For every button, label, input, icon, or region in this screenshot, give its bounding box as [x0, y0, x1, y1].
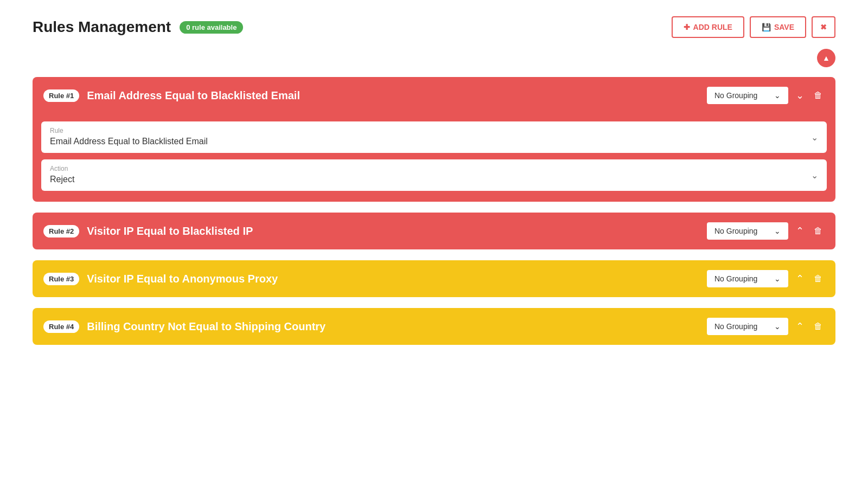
rule-4-grouping-select[interactable]: No Grouping ⌄	[707, 318, 788, 335]
rule-1-body: Rule Email Address Equal to Blacklisted …	[33, 114, 835, 202]
cancel-icon: ✖	[820, 23, 827, 31]
trash-icon: 🗑	[814, 226, 822, 236]
rule-4-card: Rule #4 Billing Country Not Equal to Shi…	[33, 308, 835, 345]
trash-icon: 🗑	[814, 91, 822, 100]
grouping-label: No Grouping	[714, 274, 757, 283]
rule-2-number-badge: Rule #2	[43, 225, 79, 237]
rule-3-header-left: Rule #3 Visitor IP Equal to Anonymous Pr…	[43, 273, 278, 285]
add-rule-label: ADD RULE	[693, 23, 732, 31]
rule-3-expand-button[interactable]: ⌃	[794, 271, 806, 287]
rules-available-badge: 0 rule available	[180, 21, 243, 34]
rule-2-header-left: Rule #2 Visitor IP Equal to Blacklisted …	[43, 225, 253, 237]
rules-list: Rule #1 Email Address Equal to Blacklist…	[33, 77, 835, 345]
page-header: Rules Management 0 rule available ✚ ADD …	[33, 16, 835, 38]
grouping-label: No Grouping	[714, 91, 757, 100]
trash-icon: 🗑	[814, 322, 822, 331]
rule-3-header-right: No Grouping ⌄ ⌃ 🗑	[707, 270, 825, 287]
rule-4-header-right: No Grouping ⌄ ⌃ 🗑	[707, 318, 825, 335]
rule-1-card: Rule #1 Email Address Equal to Blacklist…	[33, 77, 835, 202]
field-chevron-icon: ⌄	[811, 170, 818, 181]
field-rule[interactable]: Rule Email Address Equal to Blacklisted …	[41, 121, 827, 153]
rule-3-title: Visitor IP Equal to Anonymous Proxy	[87, 273, 278, 285]
scroll-top-wrapper: ▲	[33, 49, 835, 72]
trash-icon: 🗑	[814, 274, 822, 284]
rule-3-grouping-select[interactable]: No Grouping ⌄	[707, 270, 788, 287]
rule-1-grouping-select[interactable]: No Grouping ⌄	[707, 87, 788, 104]
rule-2-header-right: No Grouping ⌄ ⌃ 🗑	[707, 222, 825, 240]
field-label: Rule	[50, 127, 818, 134]
add-rule-button[interactable]: ✚ ADD RULE	[672, 16, 744, 38]
grouping-label: No Grouping	[714, 322, 757, 331]
header-left: Rules Management 0 rule available	[33, 18, 243, 36]
rule-3-header: Rule #3 Visitor IP Equal to Anonymous Pr…	[33, 260, 835, 297]
field-value: Reject	[50, 175, 818, 184]
grouping-chevron-icon: ⌄	[774, 91, 781, 100]
chevron-up-icon: ▲	[822, 54, 830, 62]
rule-4-number-badge: Rule #4	[43, 320, 79, 333]
rule-4-header: Rule #4 Billing Country Not Equal to Shi…	[33, 308, 835, 345]
rule-3-delete-button[interactable]: 🗑	[812, 272, 825, 286]
rule-1-delete-button[interactable]: 🗑	[812, 88, 825, 102]
rule-2-delete-button[interactable]: 🗑	[812, 224, 825, 238]
save-button[interactable]: 💾 SAVE	[750, 16, 806, 38]
header-buttons: ✚ ADD RULE 💾 SAVE ✖	[672, 16, 835, 38]
field-value: Email Address Equal to Blacklisted Email	[50, 137, 818, 146]
chevron-up-icon: ⌃	[796, 320, 804, 332]
rule-4-delete-button[interactable]: 🗑	[812, 319, 825, 333]
grouping-label: No Grouping	[714, 227, 757, 235]
grouping-chevron-icon: ⌄	[774, 274, 781, 283]
rule-4-header-left: Rule #4 Billing Country Not Equal to Shi…	[43, 320, 326, 333]
rule-2-card: Rule #2 Visitor IP Equal to Blacklisted …	[33, 213, 835, 249]
rule-1-number-badge: Rule #1	[43, 89, 79, 102]
save-icon: 💾	[762, 23, 771, 31]
field-label: Action	[50, 165, 818, 172]
rule-2-expand-button[interactable]: ⌃	[794, 223, 806, 239]
plus-icon: ✚	[684, 23, 690, 31]
rule-4-title: Billing Country Not Equal to Shipping Co…	[87, 320, 326, 333]
rule-1-header-right: No Grouping ⌄ ⌄ 🗑	[707, 87, 825, 104]
rule-1-title: Email Address Equal to Blacklisted Email	[87, 89, 300, 102]
scroll-top-button[interactable]: ▲	[817, 49, 835, 67]
chevron-up-icon: ⌃	[796, 273, 804, 285]
rule-1-header: Rule #1 Email Address Equal to Blacklist…	[33, 77, 835, 114]
chevron-up-icon: ⌃	[796, 225, 804, 237]
page-title: Rules Management	[33, 18, 171, 36]
cancel-button[interactable]: ✖	[812, 16, 835, 38]
field-action[interactable]: Action Reject ⌄	[41, 159, 827, 191]
save-label: SAVE	[774, 23, 794, 31]
rule-3-number-badge: Rule #3	[43, 273, 79, 285]
field-chevron-icon: ⌄	[811, 132, 818, 143]
rule-2-title: Visitor IP Equal to Blacklisted IP	[87, 225, 253, 237]
rule-2-grouping-select[interactable]: No Grouping ⌄	[707, 222, 788, 240]
rule-4-expand-button[interactable]: ⌃	[794, 318, 806, 335]
rule-1-expand-button[interactable]: ⌄	[794, 87, 806, 104]
chevron-down-icon: ⌄	[796, 89, 804, 101]
rule-1-header-left: Rule #1 Email Address Equal to Blacklist…	[43, 89, 300, 102]
rule-2-header: Rule #2 Visitor IP Equal to Blacklisted …	[33, 213, 835, 249]
grouping-chevron-icon: ⌄	[774, 322, 781, 331]
rule-3-card: Rule #3 Visitor IP Equal to Anonymous Pr…	[33, 260, 835, 297]
grouping-chevron-icon: ⌄	[774, 227, 781, 235]
